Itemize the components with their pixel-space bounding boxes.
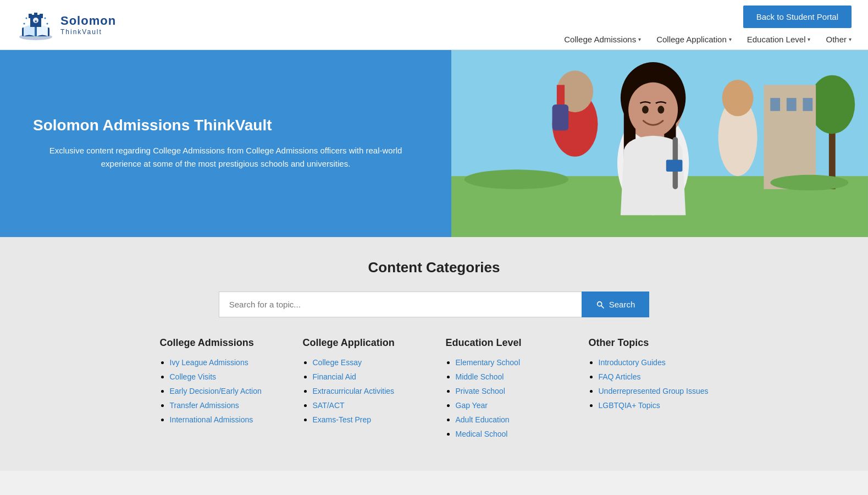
list-item: Transfer Admissions	[170, 400, 270, 410]
hero-svg	[451, 50, 868, 237]
chevron-down-icon: ▾	[849, 36, 852, 42]
list-item: Ivy League Admissions	[170, 358, 270, 367]
nav-item-other[interactable]: Other ▾	[826, 35, 852, 44]
link-satact[interactable]: SAT/ACT	[313, 401, 345, 410]
svg-point-9	[26, 18, 27, 19]
link-gap-year[interactable]: Gap Year	[456, 401, 488, 410]
link-extracurricular-activities[interactable]: Extracurricular Activities	[313, 387, 395, 395]
logo-subtitle: ThinkVault	[60, 28, 116, 36]
logo-area: ★ Solomon ThinkVault	[16, 8, 116, 41]
content-section: Content Categories Search College Admiss…	[0, 237, 868, 471]
category-col-other-topics: Other TopicsIntroductory GuidesFAQ Artic…	[589, 337, 709, 443]
svg-rect-5	[40, 14, 43, 18]
svg-text:★: ★	[34, 19, 37, 23]
search-input[interactable]	[219, 292, 582, 317]
link-international-admissions[interactable]: International Admissions	[170, 415, 253, 424]
svg-point-29	[657, 106, 664, 113]
link-exams-test-prep[interactable]: Exams-Test Prep	[313, 415, 372, 424]
svg-point-28	[642, 106, 649, 113]
list-item: Financial Aid	[313, 372, 413, 382]
hero-section: Solomon Admissions ThinkVault Exclusive …	[0, 50, 868, 237]
svg-rect-6	[34, 13, 37, 18]
link-adult-education[interactable]: Adult Education	[456, 415, 510, 424]
category-list-college-admissions: Ivy League AdmissionsCollege VisitsEarly…	[160, 358, 270, 425]
svg-rect-19	[787, 98, 797, 111]
svg-point-10	[45, 18, 46, 19]
link-college-essay[interactable]: College Essay	[313, 358, 362, 367]
chevron-down-icon: ▾	[729, 36, 732, 42]
category-list-college-application: College EssayFinancial AidExtracurricula…	[303, 358, 413, 425]
svg-point-38	[465, 169, 568, 189]
header-right: Back to Student Portal College Admission…	[564, 6, 852, 44]
svg-rect-2	[35, 26, 37, 36]
link-elementary-school[interactable]: Elementary School	[456, 358, 521, 367]
svg-point-11	[24, 23, 25, 25]
nav-menu: College Admissions ▾ College Application…	[564, 35, 852, 44]
back-to-portal-button[interactable]: Back to Student Portal	[743, 6, 852, 28]
hero-image-overlay	[451, 50, 868, 237]
category-list-education-level: Elementary SchoolMiddle SchoolPrivate Sc…	[446, 358, 556, 439]
list-item: Medical School	[456, 429, 556, 439]
hero-title: Solomon Admissions ThinkVault	[33, 117, 418, 134]
link-early-decisionearly-action[interactable]: Early Decision/Early Action	[170, 387, 262, 395]
logo-text: Solomon ThinkVault	[60, 14, 116, 36]
svg-point-36	[722, 80, 754, 116]
list-item: College Essay	[313, 358, 413, 367]
list-item: Introductory Guides	[599, 358, 709, 367]
hero-description: Exclusive content regarding College Admi…	[33, 144, 418, 170]
list-item: Extracurricular Activities	[313, 386, 413, 396]
list-item: Private School	[456, 386, 556, 396]
category-heading-education-level: Education Level	[446, 337, 556, 349]
link-faq-articles[interactable]: FAQ Articles	[599, 372, 641, 381]
link-financial-aid[interactable]: Financial Aid	[313, 372, 356, 381]
svg-rect-34	[552, 105, 569, 130]
logo-title: Solomon	[60, 14, 116, 28]
link-underrepresented-group-issues[interactable]: Underrepresented Group Issues	[599, 387, 709, 395]
list-item: Elementary School	[456, 358, 556, 367]
list-item: Middle School	[456, 372, 556, 382]
svg-line-41	[601, 305, 603, 307]
link-medical-school[interactable]: Medical School	[456, 430, 508, 438]
list-item: College Visits	[170, 372, 270, 382]
logo-icon: ★	[16, 8, 55, 41]
list-item: SAT/ACT	[313, 400, 413, 410]
svg-rect-4	[29, 14, 32, 18]
chevron-down-icon: ▾	[638, 36, 641, 42]
nav-item-education-level[interactable]: Education Level ▾	[747, 35, 811, 44]
link-lgbtqia-topics[interactable]: LGBTQIA+ Topics	[599, 401, 660, 410]
list-item: FAQ Articles	[599, 372, 709, 382]
site-header: ★ Solomon ThinkVault Back to Student Por…	[0, 0, 868, 50]
category-col-education-level: Education LevelElementary SchoolMiddle S…	[446, 337, 556, 443]
hero-image	[451, 50, 868, 237]
list-item: Early Decision/Early Action	[170, 386, 270, 396]
nav-item-college-application[interactable]: College Application ▾	[656, 35, 732, 44]
svg-point-27	[628, 82, 678, 137]
search-icon	[596, 300, 605, 309]
category-col-college-application: College ApplicationCollege EssayFinancia…	[303, 337, 413, 443]
hero-left: Solomon Admissions ThinkVault Exclusive …	[0, 50, 451, 237]
category-heading-college-admissions: College Admissions	[160, 337, 270, 349]
category-heading-college-application: College Application	[303, 337, 413, 349]
link-transfer-admissions[interactable]: Transfer Admissions	[170, 401, 239, 410]
svg-rect-18	[770, 98, 780, 111]
nav-item-college-admissions[interactable]: College Admissions ▾	[564, 35, 641, 44]
content-section-title: Content Categories	[16, 259, 852, 276]
list-item: LGBTQIA+ Topics	[599, 400, 709, 410]
list-item: International Admissions	[170, 415, 270, 425]
svg-point-16	[809, 75, 855, 134]
list-item: Exams-Test Prep	[313, 415, 413, 425]
chevron-down-icon: ▾	[808, 36, 810, 42]
svg-rect-37	[666, 160, 683, 172]
link-ivy-league-admissions[interactable]: Ivy League Admissions	[170, 358, 248, 367]
categories-grid: College AdmissionsIvy League AdmissionsC…	[104, 337, 764, 443]
link-college-visits[interactable]: College Visits	[170, 372, 217, 381]
link-introductory-guides[interactable]: Introductory Guides	[599, 358, 666, 367]
link-private-school[interactable]: Private School	[456, 387, 505, 395]
category-col-college-admissions: College AdmissionsIvy League AdmissionsC…	[160, 337, 270, 443]
search-button[interactable]: Search	[582, 292, 650, 317]
svg-point-39	[770, 175, 848, 190]
link-middle-school[interactable]: Middle School	[456, 372, 504, 381]
search-bar-row: Search	[16, 292, 852, 317]
svg-rect-20	[803, 98, 813, 111]
list-item: Gap Year	[456, 400, 556, 410]
